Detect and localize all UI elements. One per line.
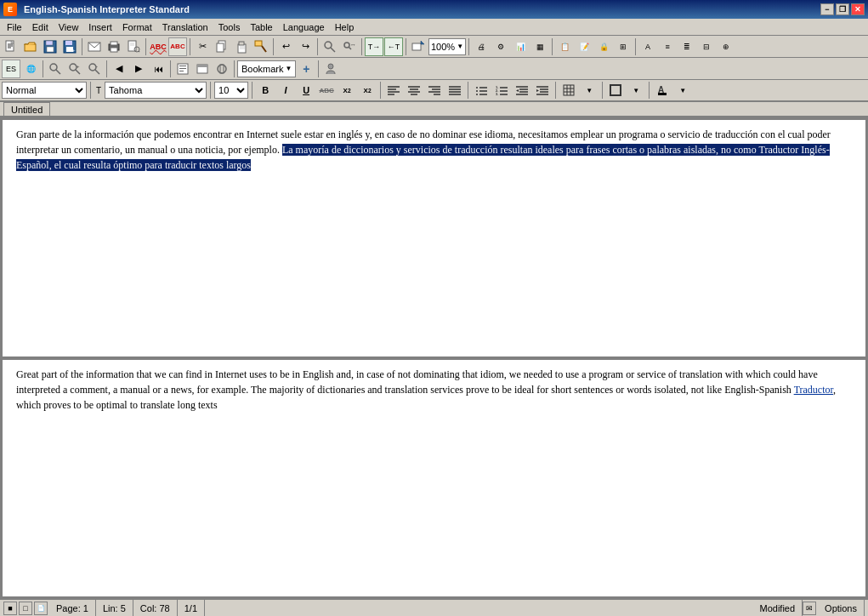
insert-obj-button[interactable]: [409, 37, 428, 56]
increase-indent-button[interactable]: [533, 81, 552, 100]
bookmark-add-button[interactable]: +: [297, 60, 315, 78]
open-button[interactable]: [21, 37, 40, 56]
tb-icon6[interactable]: 📝: [575, 37, 593, 56]
table-dropdown[interactable]: ▼: [580, 81, 599, 100]
superscript-button[interactable]: X2: [358, 81, 377, 100]
tb2-icon2[interactable]: 🌐: [21, 60, 40, 78]
save-button[interactable]: [41, 37, 60, 56]
align-right-button[interactable]: [425, 81, 444, 100]
underline-button[interactable]: U: [297, 81, 315, 100]
sep3: [190, 38, 190, 55]
tb-icon7[interactable]: 🔒: [594, 37, 613, 56]
tb-icon10[interactable]: ≡: [658, 37, 677, 56]
grammar-button[interactable]: ABC: [168, 37, 187, 56]
status-options[interactable]: Options: [818, 600, 865, 616]
tb2-icon5[interactable]: [213, 60, 231, 78]
subscript-button[interactable]: X2: [338, 81, 356, 100]
menu-file[interactable]: File: [2, 19, 27, 35]
tb2-find3[interactable]: -: [85, 60, 104, 78]
strikethrough-button[interactable]: ABC: [317, 81, 336, 100]
tb2-first[interactable]: ⏮: [149, 60, 167, 78]
document-tab[interactable]: Untitled: [3, 102, 50, 116]
options-label[interactable]: Options: [825, 603, 857, 613]
tb-icon4[interactable]: ▦: [530, 37, 549, 56]
undo-button[interactable]: ↩: [276, 37, 295, 56]
tb-icon12[interactable]: ⊟: [697, 37, 716, 56]
style-select[interactable]: Normal: [2, 82, 87, 99]
translate-button[interactable]: T→: [365, 37, 383, 56]
status-icon3[interactable]: 📄: [34, 602, 48, 615]
spellcheck-button[interactable]: ABC: [149, 37, 167, 56]
sep6: [361, 38, 362, 55]
svg-line-31: [331, 48, 335, 52]
menu-edit[interactable]: Edit: [27, 19, 54, 35]
zoom-dropdown-icon[interactable]: ▼: [457, 43, 463, 50]
new-button[interactable]: [2, 37, 20, 56]
user-button[interactable]: [321, 60, 340, 78]
align-justify-button[interactable]: [445, 81, 464, 100]
menu-language[interactable]: Language: [278, 19, 330, 35]
font-select[interactable]: Tahoma: [105, 82, 207, 99]
align-left-button[interactable]: [384, 81, 403, 100]
tb-icon5[interactable]: 📋: [555, 37, 574, 56]
email-button[interactable]: [85, 37, 104, 56]
svg-text:+: +: [77, 64, 80, 69]
italic-button[interactable]: I: [276, 81, 295, 100]
translate2-button[interactable]: ←T: [384, 37, 403, 56]
close-button[interactable]: ✕: [851, 3, 865, 15]
find-button[interactable]: [321, 37, 339, 56]
status-icon-envelope[interactable]: ✉: [803, 602, 816, 615]
cut-button[interactable]: ✂: [193, 37, 212, 56]
tb2-find[interactable]: [46, 60, 65, 78]
menu-view[interactable]: View: [54, 19, 84, 35]
status-icon1[interactable]: ■: [3, 602, 17, 615]
border-dropdown[interactable]: ▼: [627, 81, 645, 100]
print-button[interactable]: [105, 37, 123, 56]
svg-line-38: [56, 70, 60, 74]
redo-button[interactable]: ↪: [296, 37, 315, 56]
restore-button[interactable]: ❐: [836, 3, 849, 15]
paste-button[interactable]: [232, 37, 251, 56]
minimize-button[interactable]: −: [820, 3, 834, 15]
copy-button[interactable]: [213, 37, 231, 56]
tb2-icon4[interactable]: [193, 60, 212, 78]
decrease-indent-button[interactable]: [513, 81, 531, 100]
table-button[interactable]: [559, 81, 578, 100]
menu-format[interactable]: Format: [117, 19, 157, 35]
color-dropdown[interactable]: ▼: [673, 81, 692, 100]
font-color-button[interactable]: A: [653, 81, 672, 100]
tb-icon3[interactable]: 📊: [511, 37, 530, 56]
menu-table[interactable]: Table: [245, 19, 277, 35]
ordered-list-button[interactable]: 1.2.3.: [492, 81, 511, 100]
tb2-find2[interactable]: +: [65, 60, 84, 78]
svg-point-70: [476, 87, 478, 88]
size-select[interactable]: 10: [214, 82, 248, 99]
tb2-next[interactable]: ▶: [129, 60, 148, 78]
align-center-button[interactable]: [405, 81, 423, 100]
tb2-icon3[interactable]: [173, 60, 192, 78]
find-replace-button[interactable]: ↔: [340, 37, 359, 56]
border-color-button[interactable]: [606, 81, 625, 100]
tb-icon13[interactable]: ⊕: [717, 37, 735, 56]
bookmark-dropdown[interactable]: Bookmark ▼: [237, 60, 296, 77]
menu-insert[interactable]: Insert: [83, 19, 117, 35]
tb2-prev[interactable]: ◀: [110, 60, 128, 78]
tb2-icon1[interactable]: ES: [2, 60, 20, 78]
format-painter-button[interactable]: [252, 37, 270, 56]
menu-translation[interactable]: Translation: [157, 19, 213, 35]
tb-icon1[interactable]: 🖨: [472, 37, 491, 56]
tb-icon11[interactable]: ≣: [678, 37, 696, 56]
status-icon2[interactable]: □: [19, 602, 32, 615]
preview-button[interactable]: [124, 37, 143, 56]
tb-icon2[interactable]: ⚙: [491, 37, 510, 56]
save-as-button[interactable]: +: [60, 37, 79, 56]
menu-help[interactable]: Help: [330, 19, 360, 35]
tb-icon9[interactable]: A: [638, 37, 657, 56]
bookmark-dropdown-icon: ▼: [286, 65, 292, 72]
lin-label: Lin: 5: [103, 603, 126, 613]
unordered-list-button[interactable]: [472, 81, 491, 100]
menu-tools[interactable]: Tools: [213, 19, 246, 35]
bold-button[interactable]: B: [256, 81, 275, 100]
zoom-control[interactable]: 100% ▼: [428, 38, 466, 55]
tb-icon8[interactable]: ⊞: [614, 37, 633, 56]
